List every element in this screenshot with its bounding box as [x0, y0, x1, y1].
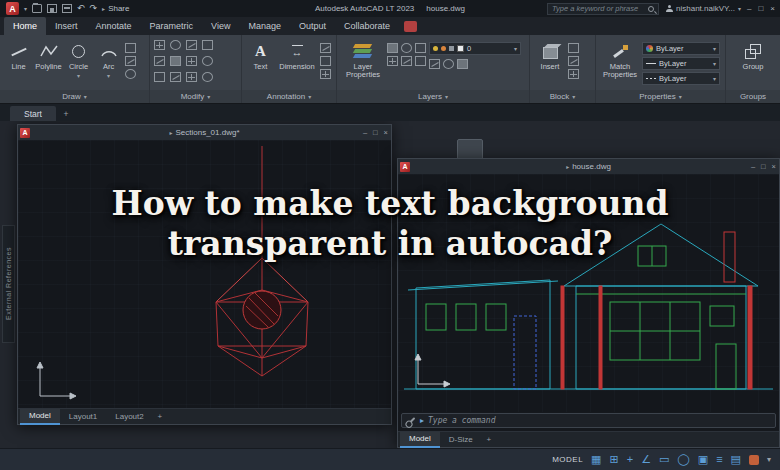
tool-insert[interactable]: Insert	[535, 38, 565, 91]
array-tool-icon[interactable]	[154, 72, 165, 82]
command-line[interactable]: ▸	[401, 413, 776, 428]
help-search[interactable]	[547, 3, 659, 15]
ellipse-tool-icon[interactable]	[125, 69, 136, 79]
explode-tool-icon[interactable]	[202, 72, 213, 82]
copy-tool-icon[interactable]	[202, 40, 213, 50]
new-layout-button[interactable]: +	[482, 435, 496, 444]
close-button[interactable]: ×	[772, 162, 776, 171]
customization-chevron-icon[interactable]: ▾	[767, 455, 771, 464]
table-tool-icon[interactable]	[320, 56, 331, 66]
tool-arc[interactable]: Arc ▾	[95, 38, 122, 91]
panel-label-block[interactable]: Block ▾	[530, 90, 595, 103]
layer-unisolate-icon[interactable]	[443, 59, 454, 69]
create-block-icon[interactable]	[568, 43, 579, 53]
window-titlebar[interactable]: A ▸ Sections_01.dwg* – □ ×	[18, 125, 391, 140]
undo-icon[interactable]: ↶	[77, 4, 85, 13]
panel-label-layers[interactable]: Layers ▾	[337, 90, 529, 103]
ortho-mode-icon[interactable]: ∠	[641, 454, 651, 465]
layer-walk-icon[interactable]	[415, 56, 426, 66]
stretch-tool-icon[interactable]	[186, 56, 197, 66]
erase-tool-icon[interactable]	[186, 72, 197, 82]
search-input[interactable]	[552, 4, 645, 13]
object-color-dropdown[interactable]: ByLayer ▾	[642, 42, 720, 55]
minimize-button[interactable]: –	[747, 4, 751, 13]
model-space-canvas[interactable]	[18, 140, 391, 408]
maximize-button[interactable]: □	[373, 128, 378, 137]
layer-match-icon[interactable]	[401, 56, 412, 66]
mirror-tool-icon[interactable]	[154, 56, 165, 66]
ribbon-tab-parametric[interactable]: Parametric	[141, 17, 203, 35]
linetype-dropdown[interactable]: ByLayer ▾	[642, 72, 720, 85]
layer-previous-icon[interactable]	[457, 59, 468, 69]
ribbon-tab-home[interactable]: Home	[4, 17, 46, 35]
snap-tracking-icon[interactable]: ◯	[677, 454, 689, 465]
layer-isolate-icon[interactable]	[401, 43, 412, 53]
panel-label-draw[interactable]: Draw ▾	[0, 90, 149, 103]
share-button[interactable]: ▸ Share	[102, 4, 129, 13]
new-layout-button[interactable]: +	[153, 412, 167, 421]
minimize-button[interactable]: –	[363, 128, 367, 137]
notification-icon[interactable]	[749, 455, 759, 465]
offset-tool-icon[interactable]	[170, 72, 181, 82]
maximize-button[interactable]: □	[758, 4, 763, 13]
panel-label-groups[interactable]: Groups	[726, 90, 780, 103]
plot-icon[interactable]	[62, 4, 72, 13]
snap-mode-icon[interactable]: ⊞	[610, 454, 619, 465]
leader-tool-icon[interactable]	[320, 43, 331, 53]
maximize-button[interactable]: □	[761, 162, 766, 171]
trim-tool-icon[interactable]	[186, 40, 197, 50]
panel-label-modify[interactable]: Modify ▾	[150, 90, 241, 103]
isometric-drafting-icon[interactable]: ▣	[698, 454, 708, 465]
tab-start[interactable]: Start	[10, 106, 56, 121]
drawing-area[interactable]: External References A ▸ Sections_01.dwg*…	[0, 121, 780, 448]
signed-in-user[interactable]: nishant.naikVY... ▾	[665, 4, 741, 13]
ribbon-tab-insert[interactable]: Insert	[46, 17, 87, 35]
tool-match-properties[interactable]: Match Properties	[601, 38, 639, 91]
ribbon-tab-output[interactable]: Output	[290, 17, 335, 35]
ribbon-tab-collaborate[interactable]: Collaborate	[335, 17, 399, 35]
customize-wrench-icon[interactable]	[408, 417, 416, 425]
tool-circle[interactable]: Circle ▾	[65, 38, 92, 91]
layer-freeze-icon[interactable]	[415, 43, 426, 53]
tool-polyline[interactable]: Polyline	[35, 38, 62, 91]
ribbon-tab-manage[interactable]: Manage	[239, 17, 290, 35]
redo-icon[interactable]: ↷	[90, 4, 98, 13]
centerline-tool-icon[interactable]	[320, 69, 331, 79]
layer-dropdown[interactable]: 0 ▾	[429, 42, 521, 55]
define-attributes-icon[interactable]	[568, 69, 579, 79]
open-file-icon[interactable]	[32, 4, 42, 13]
close-button[interactable]: ×	[384, 128, 388, 137]
save-icon[interactable]	[47, 4, 57, 13]
search-icon[interactable]	[648, 6, 654, 12]
new-drawing-tab-button[interactable]: +	[59, 106, 73, 121]
layer-lock-icon[interactable]	[387, 56, 398, 66]
model-space-canvas[interactable]	[398, 174, 779, 412]
move-tool-icon[interactable]	[154, 40, 165, 50]
tool-line[interactable]: Line	[5, 38, 32, 91]
command-input[interactable]	[428, 416, 770, 425]
layout-tab-dsize[interactable]: D-Size	[440, 432, 482, 448]
layout-tab-layout1[interactable]: Layout1	[60, 409, 106, 425]
layer-off-icon[interactable]	[387, 43, 398, 53]
tool-dimension[interactable]: ↔ Dimension	[277, 38, 317, 91]
tool-layer-properties[interactable]: Layer Properties	[342, 38, 384, 91]
app-menu-chevron-icon[interactable]: ▾	[24, 6, 27, 12]
rotate-tool-icon[interactable]	[170, 40, 181, 50]
close-button[interactable]: ×	[770, 4, 775, 13]
object-snap-icon[interactable]: ▭	[659, 454, 669, 465]
external-references-palette-tab[interactable]: External References	[2, 225, 15, 343]
ribbon-tab-view[interactable]: View	[202, 17, 239, 35]
hatch-tool-icon[interactable]	[125, 56, 136, 66]
autocad-logo-icon[interactable]: A	[6, 2, 19, 15]
window-titlebar[interactable]: A ▸ house.dwg – □ ×	[398, 159, 779, 174]
tool-group[interactable]: Group	[736, 38, 770, 91]
grid-display-icon[interactable]: ▦	[591, 454, 601, 465]
lineweight-dropdown[interactable]: ByLayer ▾	[642, 57, 720, 70]
tool-text[interactable]: A Text	[247, 38, 274, 91]
ribbon-tab-annotate[interactable]: Annotate	[87, 17, 141, 35]
scale-tool-icon[interactable]	[202, 56, 213, 66]
polar-tracking-icon[interactable]: +	[627, 454, 633, 465]
layout-tab-layout2[interactable]: Layout2	[106, 409, 152, 425]
model-space-toggle[interactable]: MODEL	[552, 455, 583, 464]
annotation-visibility-icon[interactable]: ▤	[731, 454, 741, 465]
